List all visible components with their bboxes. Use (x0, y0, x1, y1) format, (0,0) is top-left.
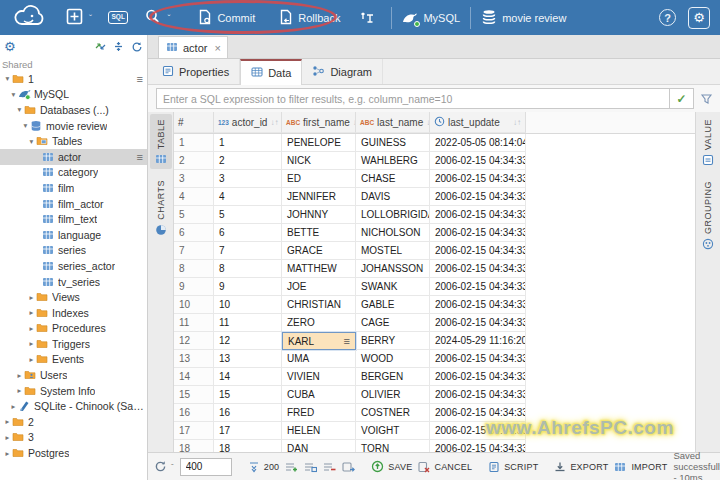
chevron-right-icon[interactable]: ▸ (3, 433, 12, 442)
chevron-down-icon[interactable]: ▾ (9, 90, 18, 99)
grid-cell[interactable]: MOSTEL (356, 242, 430, 260)
script-button[interactable]: SCRIPT (488, 461, 538, 473)
grid-cell[interactable]: CHRISTIAN (282, 296, 356, 314)
row-limit-input[interactable] (180, 458, 232, 476)
tree-item-procedures[interactable]: ▸Procedures (0, 321, 147, 337)
chevron-down-icon[interactable]: ▾ (27, 137, 36, 146)
grid-cell[interactable]: TORN (356, 440, 430, 452)
grid-cell[interactable]: WAHLBERG (356, 152, 430, 170)
delete-row-button[interactable] (323, 461, 336, 473)
grid-cell[interactable]: UMA (282, 350, 356, 368)
navigator-settings-icon[interactable]: ⚙ (4, 40, 16, 53)
grid-cell[interactable]: ZERO (282, 314, 356, 332)
grid-cell[interactable]: BERRY (356, 332, 430, 350)
task-search-button[interactable]: ˇ (136, 0, 178, 35)
presentation-tab-table[interactable]: TABLE (150, 114, 172, 169)
chevron-right-icon[interactable]: ▸ (9, 402, 18, 411)
add-row-button[interactable] (285, 461, 298, 473)
grid-cell[interactable]: 15 (214, 386, 282, 404)
grid-cell[interactable]: ED (282, 170, 356, 188)
tab-diagram[interactable]: Diagram (302, 59, 383, 84)
grid-cell[interactable]: JOE (282, 278, 356, 296)
apply-filter-button[interactable]: ✓ (670, 88, 694, 109)
column-header-num[interactable]: # (174, 112, 214, 133)
grid-cell[interactable]: JOHANSSON (356, 260, 430, 278)
grid-cell[interactable]: NICK (282, 152, 356, 170)
grid-cell[interactable]: CHASE (356, 170, 430, 188)
presentation-tab-charts[interactable]: CHARTS (150, 175, 172, 240)
chevron-down-icon[interactable]: ▾ (15, 105, 24, 114)
tree-item-3[interactable]: ▸3 (0, 430, 147, 446)
grid-cell[interactable]: JOHNNY (282, 206, 356, 224)
database-selector[interactable]: movie review (473, 0, 574, 35)
grid-cell[interactable]: 2006-02-15 04:34:33 (430, 170, 526, 188)
grid-cell[interactable]: 7 (214, 242, 282, 260)
save-button[interactable]: SAVE (371, 460, 412, 473)
panel-tab-grouping[interactable]: GROUPING (697, 176, 719, 254)
tree-item-1[interactable]: ▾1≡ (0, 71, 147, 87)
duplicate-row-button[interactable] (304, 461, 317, 473)
grid-cell[interactable]: 12 (214, 332, 282, 350)
grid-cell[interactable]: 10 (214, 296, 282, 314)
chevron-right-icon[interactable]: ▸ (27, 339, 36, 348)
grid-cell[interactable]: 2006-02-15 04:34:33 (430, 386, 526, 404)
grid-cell[interactable]: 2006-02-15 04:34:33 (430, 350, 526, 368)
grid-cell[interactable]: 14 (214, 368, 282, 386)
panel-tab-value[interactable]: VALUE (697, 114, 719, 170)
grid-cell[interactable]: LOLLOBRIGIDA (356, 206, 430, 224)
chevron-right-icon[interactable]: ▸ (27, 324, 36, 333)
tree-item-actor[interactable]: actor≡ (0, 149, 147, 165)
grid-cell[interactable]: NICHOLSON (356, 224, 430, 242)
sort-icon[interactable]: ↓↑ (513, 118, 521, 127)
chevron-right-icon[interactable]: ▸ (3, 417, 12, 426)
grid-cell[interactable]: 4 (214, 188, 282, 206)
grid-cell[interactable]: 9 (214, 278, 282, 296)
column-header-last_name[interactable]: ABClast_name↓↑ (356, 112, 430, 133)
chevron-right-icon[interactable]: ▸ (15, 386, 24, 395)
grid-cell[interactable]: OLIVIER (356, 386, 430, 404)
tree-item-series[interactable]: series (0, 243, 147, 259)
grid-cell[interactable]: PENELOPE (282, 134, 356, 152)
item-menu-icon[interactable]: ≡ (137, 73, 143, 85)
tree-item-views[interactable]: ▸Views (0, 289, 147, 305)
tree-item-triggers[interactable]: ▸Triggers (0, 336, 147, 352)
grid-cell[interactable]: 2006-02-15 04:34:33 (430, 188, 526, 206)
grid-cell[interactable]: GABLE (356, 296, 430, 314)
tab-data[interactable]: Data (240, 59, 302, 85)
app-logo[interactable] (0, 0, 58, 35)
cancel-button[interactable]: CANCEL (418, 461, 472, 473)
cell-menu-icon[interactable]: ≡ (344, 335, 350, 347)
grid-cell[interactable]: FRED (282, 404, 356, 422)
tree-item-series-actor[interactable]: series_actor (0, 258, 147, 274)
refresh-data-button[interactable] (342, 461, 355, 473)
grid-cell[interactable]: 2006-02-15 04:34:33 (430, 152, 526, 170)
grid-cell[interactable]: MATTHEW (282, 260, 356, 278)
refresh-result-button[interactable]: ˇ (154, 460, 174, 473)
chevron-right-icon[interactable]: ▸ (3, 449, 12, 458)
grid-cell[interactable]: 16 (214, 404, 282, 422)
grid-cell[interactable]: 2006-02-15 04:34:33 (430, 224, 526, 242)
grid-cell[interactable]: 17 (214, 422, 282, 440)
chevron-right-icon[interactable]: ▸ (15, 371, 24, 380)
close-icon[interactable]: × (214, 42, 220, 54)
grid-cell[interactable]: 2006-02-15 04:34:33 (430, 260, 526, 278)
grid-cell[interactable]: 8 (214, 260, 282, 278)
grid-cell[interactable]: GRACE (282, 242, 356, 260)
import-button[interactable]: IMPORT (614, 461, 667, 473)
grid-cell[interactable]: HELEN (282, 422, 356, 440)
connection-selector[interactable]: MySQL (394, 0, 468, 35)
grid-cell[interactable]: 2024-05-29 11:16:20 (430, 332, 526, 350)
selected-cell[interactable]: KARL≡ (282, 332, 356, 350)
grid-cell[interactable]: 2022-05-05 08:14:04 (430, 134, 526, 152)
column-header-first_name[interactable]: ABCfirst_name↓↑ (282, 112, 356, 133)
tree-item-tv-series[interactable]: tv_series (0, 274, 147, 290)
grid-cell[interactable]: 6 (214, 224, 282, 242)
grid-cell[interactable]: BERGEN (356, 368, 430, 386)
grid-cell[interactable]: 2006-02-15 04:34:33 (430, 242, 526, 260)
grid-cell[interactable]: 2006-02-15 04:34:33 (430, 368, 526, 386)
custom-filter-button[interactable] (694, 88, 718, 109)
editor-tab-actor[interactable]: actor × (158, 36, 228, 58)
column-header-actor_id[interactable]: 123actor_id↓↑ (214, 112, 282, 133)
grid-cell[interactable]: 5 (214, 206, 282, 224)
grid-cell[interactable]: CAGE (356, 314, 430, 332)
